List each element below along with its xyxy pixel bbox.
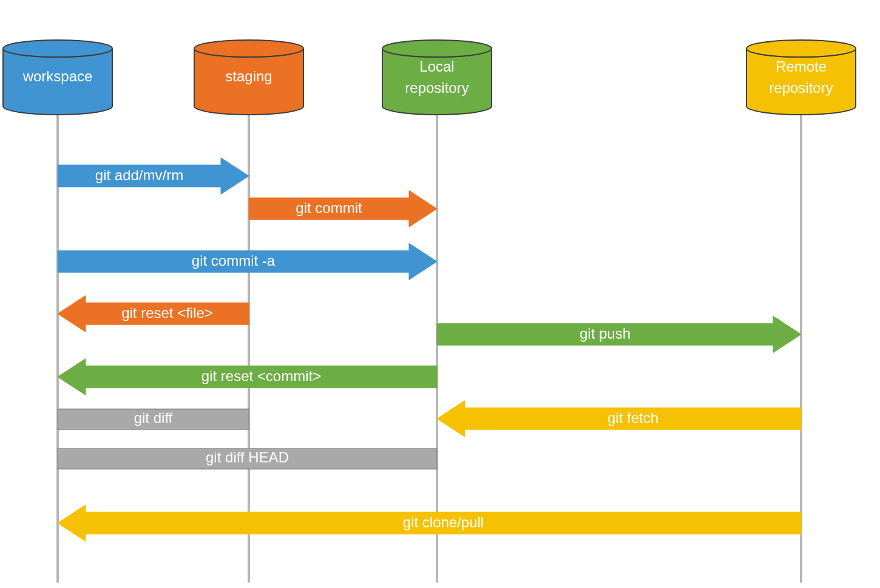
cylinder-remote: Remoterepository	[746, 40, 856, 115]
cylinder-workspace: workspace	[3, 40, 112, 115]
arrow-add: git add/mv/rm	[58, 158, 249, 194]
arrow-label-commit-a: git commit -a	[192, 252, 276, 269]
band-label-diff-head: git diff HEAD	[206, 449, 289, 465]
cylinder-staging: staging	[194, 40, 303, 115]
arrow-label-add: git add/mv/rm	[95, 167, 183, 183]
cylinder-label-remote-2: repository	[769, 79, 833, 96]
arrow-fetch: git fetch	[437, 400, 801, 437]
arrow-push: git push	[437, 316, 801, 353]
band-diff: git diff	[58, 409, 249, 430]
cylinder-label-staging: staging	[225, 68, 272, 84]
arrow-clone-pull: git clone/pull	[58, 505, 801, 541]
svg-point-2	[382, 40, 492, 57]
arrow-label-commit: git commit	[296, 200, 362, 216]
arrow-label-fetch: git fetch	[608, 410, 658, 426]
band-label-diff: git diff	[134, 410, 173, 426]
svg-point-1	[194, 40, 303, 57]
cylinder-local: Localrepository	[382, 40, 492, 115]
svg-point-0	[3, 40, 112, 57]
arrow-reset-commit: git reset <commit>	[58, 359, 437, 395]
cylinder-label-remote-1: Remote	[776, 58, 827, 75]
cylinder-label-local-2: repository	[405, 79, 469, 96]
arrow-commit: git commit	[249, 191, 437, 227]
arrow-label-reset-file: git reset <file>	[121, 305, 213, 321]
arrow-label-push: git push	[580, 325, 631, 342]
arrow-reset-file: git reset <file>	[58, 296, 249, 332]
band-diff-head: git diff HEAD	[58, 448, 437, 469]
cylinder-label-local-1: Local	[419, 58, 454, 75]
arrow-label-reset-commit: git reset <commit>	[201, 368, 321, 384]
arrow-label-clone-pull: git clone/pull	[403, 514, 484, 530]
svg-point-3	[746, 40, 856, 57]
git-flow-diagram: workspacestagingLocalrepositoryRemoterep…	[0, 0, 880, 588]
arrow-commit-a: git commit -a	[58, 243, 437, 280]
cylinder-label-workspace: workspace	[22, 68, 93, 84]
